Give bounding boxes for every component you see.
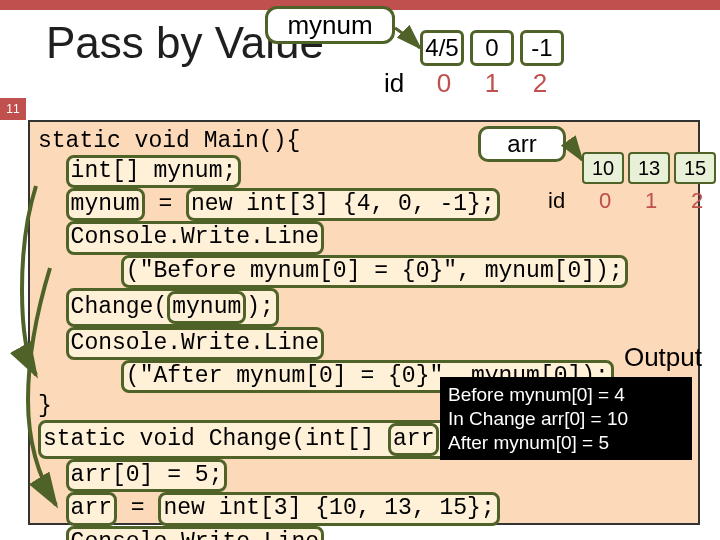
slide-number: 11 (0, 98, 26, 120)
mynum-id-label: id (384, 68, 404, 99)
mynum-variable-badge: mynum (265, 6, 395, 44)
code-hl-arr-param: arr (388, 423, 439, 456)
code-hl-cw2: Console.Write.Line (66, 327, 324, 360)
slide: Pass by Value mynum 4/5 0 -1 id 0 1 2 11… (0, 0, 720, 540)
arr-cell-2: 15 (674, 152, 716, 184)
code-hl-mynum-arg: mynum (167, 291, 246, 324)
output-line-3: After mynum[0] = 5 (448, 431, 684, 455)
mynum-array-diagram: 4/5 0 -1 id 0 1 2 (420, 30, 570, 99)
mynum-label: mynum (287, 10, 372, 41)
output-line-1: Before mynum[0] = 4 (448, 383, 684, 407)
arr-idx-1: 1 (628, 188, 674, 214)
output-console: Before mynum[0] = 4 In Change arr[0] = 1… (440, 377, 692, 460)
arr-idx-0: 0 (582, 188, 628, 214)
code-hl-cw3: Console.Write.Line (66, 526, 324, 541)
code-hl-mynum-var: mynum (66, 188, 145, 221)
mynum-cell-0: 4/5 (420, 30, 464, 66)
code-hl-cw1: Console.Write.Line (66, 221, 324, 254)
arr-idx-2: 2 (674, 188, 720, 214)
arr-variable-badge: arr (478, 126, 566, 162)
arr-array-diagram: 10 13 15 id 0 1 2 (582, 152, 720, 214)
mynum-idx-2: 2 (516, 68, 564, 99)
code-hl-decl: int[] mynum; (66, 155, 242, 188)
mynum-cell-2: -1 (520, 30, 564, 66)
code-hl-change-call: Change(mynum); (66, 288, 279, 327)
arr-id-label: id (548, 188, 582, 214)
arr-label: arr (507, 130, 536, 158)
code-hl-new1: new int[3] {4, 0, -1}; (186, 188, 500, 221)
arr-variable-badge-wrap: arr (478, 126, 566, 162)
code-hl-arr-var: arr (66, 492, 117, 525)
mynum-cell-1: 0 (470, 30, 514, 66)
output-line-2: In Change arr[0] = 10 (448, 407, 684, 431)
code-hl-arr0: arr[0] = 5; (66, 459, 228, 492)
output-block: Output Before mynum[0] = 4 In Change arr… (440, 342, 710, 460)
code-hl-change-def: static void Change(int[] arr) { (38, 420, 486, 459)
arrow-mynum-to-array (395, 28, 420, 48)
output-title: Output (440, 342, 710, 373)
mynum-idx-1: 1 (468, 68, 516, 99)
mynum-idx-0: 0 (420, 68, 468, 99)
arr-cell-0: 10 (582, 152, 624, 184)
code-hl-new2: new int[3] {10, 13, 15}; (158, 492, 499, 525)
code-hl-before: ("Before mynum[0] = {0}", mynum[0]); (121, 255, 628, 288)
arr-cell-1: 13 (628, 152, 670, 184)
